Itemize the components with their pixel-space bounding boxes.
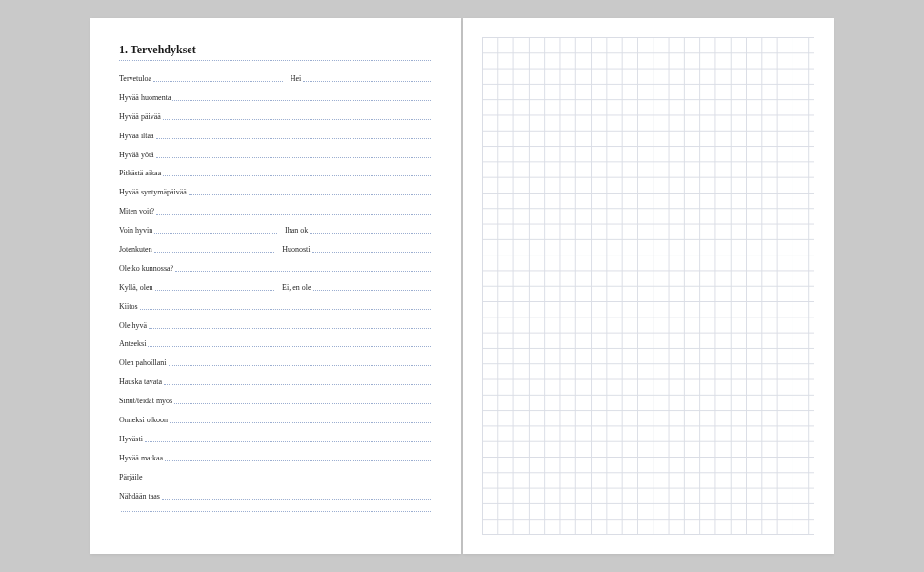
dotted-fill bbox=[154, 233, 277, 234]
dotted-fill bbox=[170, 422, 432, 423]
dotted-fill bbox=[140, 309, 432, 310]
dotted-fill bbox=[313, 290, 433, 291]
vocab-row bbox=[119, 510, 432, 521]
vocab-row: Hyvästi bbox=[119, 435, 432, 445]
vocab-row: Voin hyvinIhan ok bbox=[119, 226, 432, 236]
title-underline bbox=[119, 60, 432, 61]
term-a: Hauska tavata bbox=[119, 378, 164, 386]
term-a: Ole hyvä bbox=[119, 321, 149, 330]
term-a: Hyvää iltaa bbox=[119, 132, 156, 140]
term-a: Onneksi olkoon bbox=[119, 416, 170, 424]
dotted-fill bbox=[189, 194, 432, 195]
dotted-fill bbox=[174, 403, 432, 404]
left-page: 1. Tervehdykset TervetuloaHeiHyvää huome… bbox=[90, 18, 461, 554]
term-b: Ihan ok bbox=[277, 226, 310, 235]
dotted-fill bbox=[163, 119, 432, 120]
vocab-row: JotenkutenHuonosti bbox=[119, 245, 432, 255]
vocab-row: Hyvää iltaa bbox=[119, 132, 432, 142]
term-b: Ei, en ole bbox=[274, 283, 312, 292]
term-a: Hyvää matkaa bbox=[119, 454, 165, 462]
term-a: Hyvästi bbox=[119, 435, 145, 443]
dotted-fill bbox=[165, 460, 432, 461]
dotted-fill bbox=[156, 138, 432, 139]
term-a: Hyvää päivää bbox=[119, 112, 163, 121]
vocab-row: Hyvää huomenta bbox=[119, 93, 432, 104]
vocab-row: Olen pahoillani bbox=[119, 358, 432, 369]
vocab-row: Hyvää matkaa bbox=[119, 454, 432, 464]
term-a: Miten voit? bbox=[119, 207, 156, 215]
dotted-fill bbox=[156, 157, 432, 158]
term-a: Hyvää huomenta bbox=[119, 93, 172, 102]
term-a: Hyvää yötä bbox=[119, 151, 156, 159]
term-a: Pitkästä aikaa bbox=[119, 169, 163, 177]
dotted-fill bbox=[175, 271, 432, 272]
vocab-row: Kiitos bbox=[119, 302, 432, 313]
term-a: Nähdään taas bbox=[119, 492, 162, 500]
term-a: Jotenkuten bbox=[119, 245, 154, 254]
term-a: Olen pahoillani bbox=[119, 358, 169, 367]
dotted-fill bbox=[163, 175, 432, 176]
term-a: Anteeksi bbox=[119, 339, 148, 348]
section-title: 1. Tervehdykset bbox=[119, 43, 432, 57]
vocab-row: Hyvää syntymäpäivää bbox=[119, 188, 432, 198]
dotted-fill bbox=[148, 346, 432, 347]
vocab-row: Hauska tavata bbox=[119, 378, 432, 388]
dotted-fill bbox=[153, 81, 283, 82]
term-a: Tervetuloa bbox=[119, 74, 153, 83]
page-spread: 1. Tervehdykset TervetuloaHeiHyvää huome… bbox=[90, 18, 834, 554]
dotted-fill bbox=[144, 480, 432, 480]
vocab-row: Ole hyvä bbox=[119, 321, 432, 332]
term-a: Kiitos bbox=[119, 302, 140, 311]
dotted-fill bbox=[154, 252, 275, 253]
dotted-fill bbox=[312, 252, 433, 253]
vocab-row: Kyllä, olenEi, en ole bbox=[119, 283, 432, 294]
dotted-fill bbox=[162, 499, 432, 500]
vocab-row: Nähdään taas bbox=[119, 492, 432, 502]
vocab-row: TervetuloaHei bbox=[119, 74, 432, 85]
vocab-row: Pitkästä aikaa bbox=[119, 169, 432, 179]
vocab-row: Hyvää päivää bbox=[119, 112, 432, 123]
dotted-fill bbox=[303, 81, 432, 82]
term-a: Voin hyvin bbox=[119, 226, 154, 235]
vocab-row: Pärjäile bbox=[119, 473, 432, 483]
dotted-fill bbox=[149, 328, 432, 329]
right-page bbox=[463, 18, 834, 554]
term-a: Pärjäile bbox=[119, 473, 144, 481]
vocab-row: Sinut/teidät myös bbox=[119, 397, 432, 407]
dotted-fill bbox=[121, 511, 432, 512]
dotted-fill bbox=[145, 441, 432, 442]
vocabulary-rows: TervetuloaHeiHyvää huomentaHyvää päivääH… bbox=[119, 74, 432, 521]
vocab-row: Miten voit? bbox=[119, 207, 432, 217]
term-b: Hei bbox=[283, 74, 304, 83]
term-b: Huonosti bbox=[274, 245, 311, 254]
term-a: Hyvää syntymäpäivää bbox=[119, 188, 189, 196]
term-a: Kyllä, olen bbox=[119, 283, 155, 292]
vocab-row: Hyvää yötä bbox=[119, 151, 432, 161]
grid-paper bbox=[482, 37, 814, 535]
term-a: Oletko kunnossa? bbox=[119, 264, 175, 273]
dotted-fill bbox=[164, 384, 432, 385]
dotted-fill bbox=[156, 214, 432, 214]
dotted-fill bbox=[172, 100, 432, 101]
vocab-row: Anteeksi bbox=[119, 339, 432, 350]
term-a: Sinut/teidät myös bbox=[119, 397, 174, 405]
vocab-row: Oletko kunnossa? bbox=[119, 264, 432, 275]
dotted-fill bbox=[169, 365, 432, 366]
dotted-fill bbox=[310, 233, 432, 234]
vocab-row: Onneksi olkoon bbox=[119, 416, 432, 426]
dotted-fill bbox=[155, 290, 275, 291]
